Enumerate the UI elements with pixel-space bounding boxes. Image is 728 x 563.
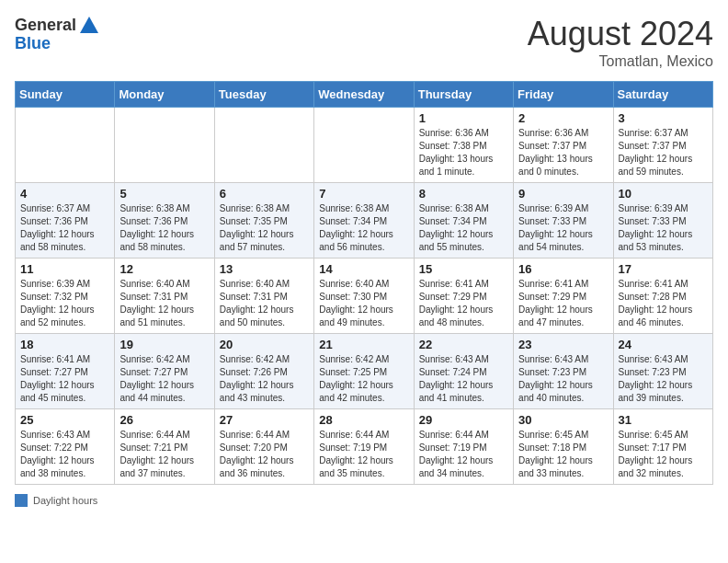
day-number: 20	[220, 338, 309, 351]
day-info: Sunrise: 6:44 AMSunset: 7:20 PMDaylight:…	[220, 429, 309, 480]
day-info: Sunrise: 6:39 AMSunset: 7:32 PMDaylight:…	[20, 278, 109, 329]
day-number: 4	[20, 187, 109, 201]
day-info: Sunrise: 6:43 AMSunset: 7:22 PMDaylight:…	[20, 429, 109, 480]
footer: Daylight hours	[15, 494, 713, 507]
header-monday: Monday	[115, 82, 214, 108]
calendar-cell-w2-d2: 6Sunrise: 6:38 AMSunset: 7:35 PMDaylight…	[214, 183, 313, 259]
calendar-cell-w1-d3	[314, 108, 414, 183]
week-row-3: 11Sunrise: 6:39 AMSunset: 7:32 PMDayligh…	[16, 259, 713, 334]
calendar-cell-w2-d3: 7Sunrise: 6:38 AMSunset: 7:34 PMDaylight…	[314, 183, 414, 259]
day-number: 17	[619, 262, 708, 276]
day-number: 7	[319, 187, 408, 201]
day-info: Sunrise: 6:37 AMSunset: 7:36 PMDaylight:…	[20, 202, 109, 254]
calendar-cell-w5-d6: 31Sunrise: 6:45 AMSunset: 7:17 PMDayligh…	[613, 409, 712, 485]
day-number: 13	[220, 262, 309, 276]
calendar-table: Sunday Monday Tuesday Wednesday Thursday…	[15, 81, 713, 485]
day-info: Sunrise: 6:38 AMSunset: 7:34 PMDaylight:…	[319, 202, 408, 254]
day-info: Sunrise: 6:38 AMSunset: 7:34 PMDaylight:…	[419, 202, 508, 254]
day-info: Sunrise: 6:41 AMSunset: 7:29 PMDaylight:…	[518, 278, 608, 329]
calendar-cell-w4-d3: 21Sunrise: 6:42 AMSunset: 7:25 PMDayligh…	[314, 334, 414, 409]
day-info: Sunrise: 6:37 AMSunset: 7:37 PMDaylight:…	[619, 127, 708, 178]
calendar-cell-w1-d5: 2Sunrise: 6:36 AMSunset: 7:37 PMDaylight…	[514, 108, 613, 183]
calendar-cell-w4-d2: 20Sunrise: 6:42 AMSunset: 7:26 PMDayligh…	[214, 334, 313, 409]
calendar-cell-w4-d1: 19Sunrise: 6:42 AMSunset: 7:27 PMDayligh…	[115, 334, 214, 409]
day-number: 26	[119, 413, 209, 427]
day-number: 25	[20, 413, 109, 427]
day-info: Sunrise: 6:41 AMSunset: 7:28 PMDaylight:…	[619, 278, 708, 329]
day-info: Sunrise: 6:40 AMSunset: 7:31 PMDaylight:…	[220, 278, 309, 329]
calendar-cell-w2-d4: 8Sunrise: 6:38 AMSunset: 7:34 PMDaylight…	[414, 183, 513, 259]
calendar-cell-w2-d1: 5Sunrise: 6:38 AMSunset: 7:36 PMDaylight…	[115, 183, 214, 259]
calendar-cell-w1-d2	[214, 108, 313, 183]
location-title: Tomatlan, Mexico	[528, 53, 713, 70]
calendar-cell-w3-d1: 12Sunrise: 6:40 AMSunset: 7:31 PMDayligh…	[115, 259, 214, 334]
day-number: 9	[518, 187, 608, 201]
header-sunday: Sunday	[16, 82, 115, 108]
calendar-cell-w5-d4: 29Sunrise: 6:44 AMSunset: 7:19 PMDayligh…	[414, 409, 513, 485]
day-info: Sunrise: 6:42 AMSunset: 7:25 PMDaylight:…	[319, 353, 408, 405]
day-info: Sunrise: 6:44 AMSunset: 7:21 PMDaylight:…	[119, 429, 209, 480]
calendar-cell-w1-d4: 1Sunrise: 6:36 AMSunset: 7:38 PMDaylight…	[414, 108, 513, 183]
calendar-cell-w3-d2: 13Sunrise: 6:40 AMSunset: 7:31 PMDayligh…	[214, 259, 313, 334]
day-number: 1	[419, 111, 508, 125]
day-info: Sunrise: 6:36 AMSunset: 7:37 PMDaylight:…	[518, 127, 608, 178]
month-title: August 2024	[528, 15, 713, 53]
calendar-cell-w3-d0: 11Sunrise: 6:39 AMSunset: 7:32 PMDayligh…	[16, 259, 115, 334]
day-info: Sunrise: 6:42 AMSunset: 7:26 PMDaylight:…	[220, 353, 309, 405]
calendar-cell-w2-d0: 4Sunrise: 6:37 AMSunset: 7:36 PMDaylight…	[16, 183, 115, 259]
day-number: 28	[319, 413, 408, 427]
day-number: 21	[319, 338, 408, 351]
calendar-cell-w1-d6: 3Sunrise: 6:37 AMSunset: 7:37 PMDaylight…	[613, 108, 712, 183]
title-area: August 2024 Tomatlan, Mexico	[528, 15, 713, 70]
svg-marker-0	[80, 17, 98, 33]
logo-triangle-icon	[79, 15, 99, 35]
day-number: 5	[119, 187, 209, 201]
day-info: Sunrise: 6:44 AMSunset: 7:19 PMDaylight:…	[319, 429, 408, 480]
header-thursday: Thursday	[414, 82, 513, 108]
day-info: Sunrise: 6:41 AMSunset: 7:29 PMDaylight:…	[419, 278, 508, 329]
day-number: 23	[518, 338, 608, 351]
calendar-cell-w5-d2: 27Sunrise: 6:44 AMSunset: 7:20 PMDayligh…	[214, 409, 313, 485]
calendar-cell-w4-d4: 22Sunrise: 6:43 AMSunset: 7:24 PMDayligh…	[414, 334, 513, 409]
calendar-cell-w3-d4: 15Sunrise: 6:41 AMSunset: 7:29 PMDayligh…	[414, 259, 513, 334]
calendar-cell-w4-d6: 24Sunrise: 6:43 AMSunset: 7:23 PMDayligh…	[613, 334, 712, 409]
calendar-cell-w5-d3: 28Sunrise: 6:44 AMSunset: 7:19 PMDayligh…	[314, 409, 414, 485]
calendar-cell-w3-d3: 14Sunrise: 6:40 AMSunset: 7:30 PMDayligh…	[314, 259, 414, 334]
day-number: 18	[20, 338, 109, 351]
day-info: Sunrise: 6:39 AMSunset: 7:33 PMDaylight:…	[518, 202, 608, 254]
day-number: 31	[619, 413, 708, 427]
day-number: 19	[119, 338, 209, 351]
week-row-4: 18Sunrise: 6:41 AMSunset: 7:27 PMDayligh…	[16, 334, 713, 409]
day-number: 30	[518, 413, 608, 427]
day-number: 27	[220, 413, 309, 427]
week-row-1: 1Sunrise: 6:36 AMSunset: 7:38 PMDaylight…	[16, 108, 713, 183]
header-saturday: Saturday	[613, 82, 712, 108]
day-number: 2	[518, 111, 608, 125]
day-number: 10	[619, 187, 708, 201]
day-number: 14	[319, 262, 408, 276]
day-number: 29	[419, 413, 508, 427]
page-header: General Blue August 2024 Tomatlan, Mexic…	[15, 15, 713, 70]
week-row-2: 4Sunrise: 6:37 AMSunset: 7:36 PMDaylight…	[16, 183, 713, 259]
calendar-cell-w2-d5: 9Sunrise: 6:39 AMSunset: 7:33 PMDaylight…	[514, 183, 613, 259]
calendar-cell-w1-d0	[16, 108, 115, 183]
calendar-cell-w4-d0: 18Sunrise: 6:41 AMSunset: 7:27 PMDayligh…	[16, 334, 115, 409]
header-wednesday: Wednesday	[314, 82, 414, 108]
day-info: Sunrise: 6:41 AMSunset: 7:27 PMDaylight:…	[20, 353, 109, 405]
day-info: Sunrise: 6:38 AMSunset: 7:35 PMDaylight:…	[220, 202, 309, 254]
day-info: Sunrise: 6:45 AMSunset: 7:17 PMDaylight:…	[619, 429, 708, 480]
day-number: 12	[119, 262, 209, 276]
day-number: 8	[419, 187, 508, 201]
daylight-label: Daylight hours	[33, 495, 97, 506]
day-info: Sunrise: 6:45 AMSunset: 7:18 PMDaylight:…	[518, 429, 608, 480]
calendar-cell-w5-d1: 26Sunrise: 6:44 AMSunset: 7:21 PMDayligh…	[115, 409, 214, 485]
daylight-legend-box	[15, 494, 28, 507]
day-info: Sunrise: 6:36 AMSunset: 7:38 PMDaylight:…	[419, 127, 508, 178]
day-info: Sunrise: 6:44 AMSunset: 7:19 PMDaylight:…	[419, 429, 508, 480]
header-tuesday: Tuesday	[214, 82, 313, 108]
weekday-header-row: Sunday Monday Tuesday Wednesday Thursday…	[16, 82, 713, 108]
logo-blue: Blue	[15, 35, 51, 52]
day-info: Sunrise: 6:40 AMSunset: 7:31 PMDaylight:…	[119, 278, 209, 329]
day-info: Sunrise: 6:43 AMSunset: 7:23 PMDaylight:…	[619, 353, 708, 405]
header-friday: Friday	[514, 82, 613, 108]
